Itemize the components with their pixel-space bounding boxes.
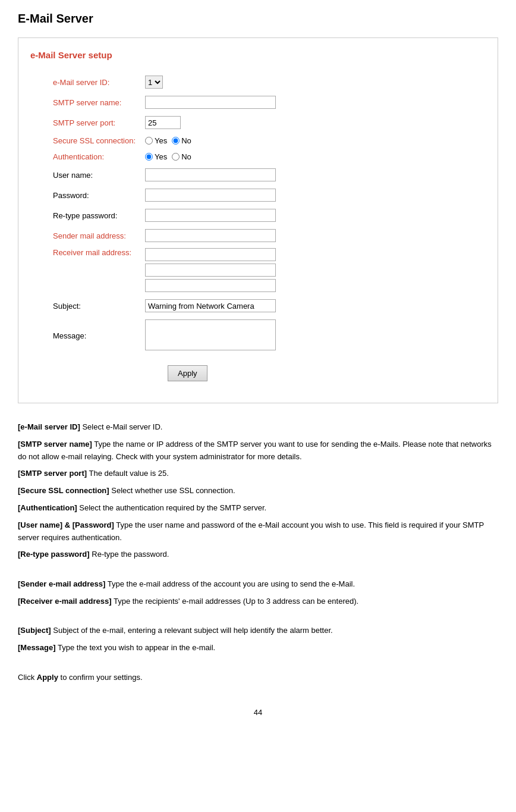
message-label: Message: [48, 316, 140, 356]
desc-auth-text: Select the authentication required by th… [79, 503, 266, 512]
desc-ssl: [Secure SSL connection] Select whether u… [18, 485, 498, 497]
retype-input[interactable] [145, 209, 276, 222]
sender-cell [140, 225, 281, 246]
desc-sender-text: Type the e-mail address of the account y… [108, 579, 355, 588]
desc-apply-prefix: Click [18, 673, 37, 682]
desc-receiver: [Receiver e-mail address] Type the recip… [18, 595, 498, 608]
page-number: 44 [18, 708, 498, 717]
ssl-yes-radio[interactable] [145, 137, 153, 145]
receiver-label: Receiver mail address: [48, 246, 140, 296]
receiver-input-1[interactable] [145, 248, 276, 261]
desc-apply-suffix: to confirm your settings. [61, 673, 143, 682]
smtp-name-label: SMTP server name: [48, 92, 140, 112]
auth-yes-label[interactable]: Yes [145, 152, 167, 161]
server-id-label: e-Mail server ID: [48, 72, 140, 92]
desc-message-bold: [Message] [18, 643, 56, 652]
ssl-yes-label[interactable]: Yes [145, 136, 167, 145]
desc-message-text: Type the text you wish to appear in the … [58, 643, 215, 652]
retype-cell [140, 205, 281, 225]
apply-button[interactable]: Apply [168, 365, 207, 381]
desc-server-id-bold: [e-Mail server ID] [18, 422, 80, 431]
password-label: Password: [48, 185, 140, 205]
auth-cell: Yes No [140, 149, 281, 165]
desc-smtp-name: [SMTP server name] Type the name or IP a… [18, 438, 498, 463]
desc-auth-bold: [Authentication] [18, 503, 77, 512]
ssl-cell: Yes No [140, 133, 281, 149]
desc-retype-text: Re-type the password. [92, 550, 169, 559]
auth-radio-group: Yes No [145, 152, 276, 161]
desc-receiver-text: Type the recipients' e-mail addresses (U… [114, 597, 358, 606]
password-input[interactable] [145, 189, 276, 202]
desc-retype-bold: [Re-type password] [18, 550, 90, 559]
apply-cell: Apply [140, 356, 281, 385]
auth-no-label[interactable]: No [172, 152, 191, 161]
desc-user-pass: [User name] & [Password] Type the user n… [18, 519, 498, 544]
smtp-port-cell [140, 112, 281, 133]
ssl-radio-group: Yes No [145, 136, 276, 145]
desc-ssl-text: Select whether use SSL connection. [111, 486, 235, 495]
desc-ssl-bold: [Secure SSL connection] [18, 486, 109, 495]
receiver-input-2[interactable] [145, 264, 276, 277]
desc-retype: [Re-type password] Re-type the password. [18, 548, 498, 561]
auth-no-text: No [181, 152, 191, 161]
setup-section-title: e-Mail Server setup [30, 50, 480, 60]
desc-smtp-port-bold: [SMTP server port] [18, 469, 87, 478]
smtp-name-cell [140, 92, 281, 112]
smtp-name-input[interactable] [145, 96, 276, 109]
subject-cell [140, 296, 281, 316]
subject-input[interactable] [145, 299, 276, 312]
sender-input[interactable] [145, 229, 276, 242]
sender-label: Sender mail address: [48, 225, 140, 246]
message-textarea[interactable] [145, 319, 276, 350]
form-table: e-Mail server ID: 1 2 3 SMTP server name… [48, 72, 281, 385]
username-cell [140, 165, 281, 185]
server-id-cell: 1 2 3 [140, 72, 281, 92]
auth-label: Authentication: [48, 149, 140, 165]
desc-apply-bold: Apply [37, 673, 58, 682]
desc-subject-bold: [Subject] [18, 626, 51, 635]
auth-no-radio[interactable] [172, 153, 180, 161]
setup-section: e-Mail Server setup e-Mail server ID: 1 … [18, 37, 498, 403]
desc-message: [Message] Type the text you wish to appe… [18, 642, 498, 654]
receiver-inputs [145, 248, 276, 292]
server-id-select[interactable]: 1 2 3 [145, 76, 163, 89]
subject-label: Subject: [48, 296, 140, 316]
desc-receiver-bold: [Receiver e-mail address] [18, 597, 112, 606]
desc-sender: [Sender e-mail address] Type the e-mail … [18, 578, 498, 591]
receiver-input-3[interactable] [145, 279, 276, 292]
description-section: [e-Mail server ID] Select e-Mail server … [18, 421, 498, 684]
message-cell [140, 316, 281, 356]
desc-subject-text: Subject of the e-mail, entering a releva… [53, 626, 332, 635]
apply-spacer [48, 356, 140, 385]
desc-smtp-port: [SMTP server port] The default value is … [18, 468, 498, 480]
ssl-yes-text: Yes [155, 136, 167, 145]
password-cell [140, 185, 281, 205]
smtp-port-input[interactable] [145, 116, 181, 129]
desc-smtp-name-bold: [SMTP server name] [18, 440, 92, 449]
desc-subject: [Subject] Subject of the e-mail, enterin… [18, 625, 498, 637]
username-input[interactable] [145, 168, 276, 181]
page-title: E-Mail Server [18, 12, 498, 26]
ssl-label: Secure SSL connection: [48, 133, 140, 149]
desc-server-id: [e-Mail server ID] Select e-Mail server … [18, 421, 498, 434]
receiver-cell [140, 246, 281, 296]
ssl-no-text: No [181, 136, 191, 145]
ssl-no-radio[interactable] [172, 137, 180, 145]
auth-yes-radio[interactable] [145, 153, 153, 161]
desc-user-pass-bold: [User name] & [Password] [18, 521, 114, 529]
desc-apply: Click Apply to confirm your settings. [18, 672, 498, 684]
desc-auth: [Authentication] Select the authenticati… [18, 502, 498, 515]
ssl-no-label[interactable]: No [172, 136, 191, 145]
desc-smtp-port-text: The default value is 25. [89, 469, 168, 478]
desc-sender-bold: [Sender e-mail address] [18, 579, 105, 588]
retype-label: Re-type password: [48, 205, 140, 225]
desc-server-id-text: Select e-Mail server ID. [82, 422, 162, 431]
username-label: User name: [48, 165, 140, 185]
smtp-port-label: SMTP server port: [48, 112, 140, 133]
auth-yes-text: Yes [155, 152, 167, 161]
